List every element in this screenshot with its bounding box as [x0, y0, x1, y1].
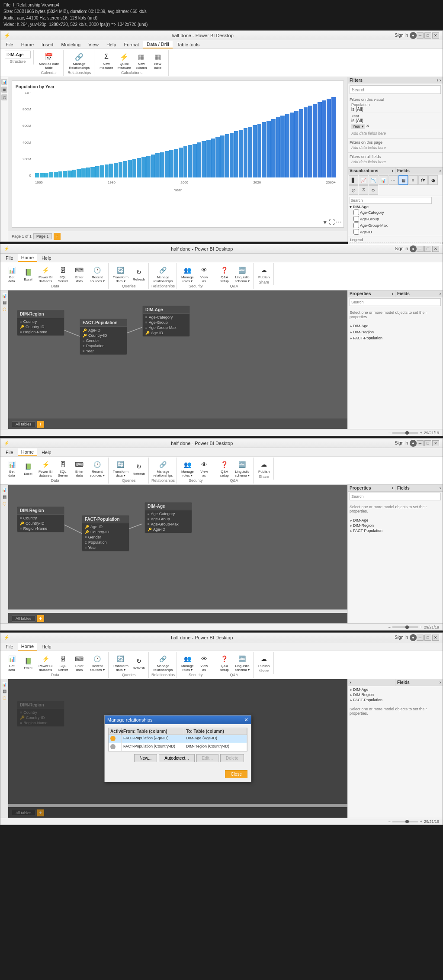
properties-expand-2[interactable]: ›	[392, 291, 393, 296]
menu-home-1[interactable]: Home	[18, 41, 37, 48]
sign-in-area-2[interactable]: Sign in ●	[395, 245, 417, 252]
viz-stacked-bar[interactable]: ▊	[349, 175, 358, 185]
close-btn-2[interactable]: ✕	[432, 246, 439, 252]
sign-in-area-1[interactable]: Sign in ●	[395, 32, 417, 39]
nav-model-2[interactable]: ⬡	[1, 306, 7, 312]
zoom-slider-4[interactable]	[392, 821, 418, 822]
window-controls-2[interactable]: ─ □ ✕	[417, 246, 439, 252]
user-avatar-1[interactable]: ●	[410, 32, 417, 39]
ribbon-mark-as-date-btn[interactable]: 📅 Mark as datetable	[37, 51, 61, 71]
menu-file-4[interactable]: File	[2, 643, 17, 650]
ribbon-powerbi-datasets-btn-2[interactable]: ⚡ Power BIdatasets	[37, 264, 54, 284]
chart-ellipsis-icon[interactable]: ⋯	[336, 219, 342, 226]
menu-modeling-1[interactable]: Modeling	[58, 41, 84, 48]
dialog-row-1[interactable]: FACT-Population (Age-ID) DIM-Age (Age-ID…	[108, 735, 247, 743]
menu-insert-1[interactable]: Insert	[38, 41, 57, 48]
ribbon-sql-btn-2[interactable]: 🗄 SQLServer	[55, 264, 71, 284]
ribbon-qa-btn-2[interactable]: ❓ Q&Asetup	[217, 264, 232, 284]
tree-dim-age-4[interactable]: ▸ DIM-Age	[350, 687, 441, 692]
ribbon-enter-data-btn-3[interactable]: ⌨ Enterdata	[71, 458, 87, 478]
all-tables-tab-3[interactable]: All tables	[12, 616, 35, 622]
viz-bar-chart[interactable]: 📊	[379, 175, 388, 185]
minimize-btn-4[interactable]: ─	[417, 635, 424, 641]
tree-fact-pop-4[interactable]: ▸ FACT-Population	[350, 697, 441, 703]
ribbon-manage-roles-btn-2[interactable]: 👥 Manageroles ▾	[180, 264, 196, 284]
menu-format-1[interactable]: Format	[121, 41, 143, 48]
field-age-category-check[interactable]	[353, 210, 359, 215]
ribbon-linguistic-btn-2[interactable]: 🔤 Linguisticschema ▾	[233, 264, 251, 284]
menu-table-tools-1[interactable]: Table tools	[173, 41, 203, 48]
fields-expand-right-4[interactable]: ›	[440, 680, 441, 685]
ribbon-refresh-btn-3[interactable]: ↻ Refresh	[131, 461, 147, 477]
nav-data-4[interactable]: ▦	[1, 688, 7, 694]
field-age-group-max-check[interactable]	[353, 222, 359, 228]
sign-in-label-4[interactable]: Sign in	[395, 635, 408, 640]
viz-area[interactable]: 📉	[369, 175, 378, 185]
viz-gauge[interactable]: ⟳	[369, 185, 378, 195]
ribbon-view-as-btn-4[interactable]: 👁 Viewas	[196, 653, 212, 673]
menu-home-4[interactable]: Home	[18, 643, 37, 651]
ribbon-recent-btn-3[interactable]: 🕐 Recentsources ▾	[88, 458, 106, 478]
ribbon-publish-btn-2[interactable]: ☁ Publish	[256, 264, 272, 280]
ribbon-manage-rel-btn-3[interactable]: 🔗 Managerelationships	[151, 458, 174, 478]
minimize-btn-2[interactable]: ─	[417, 246, 424, 252]
ribbon-roles-btn-3[interactable]: 👥 Manageroles ▾	[180, 458, 196, 478]
ribbon-powerbi-datasets-btn-3[interactable]: ⚡ Power BIdatasets	[37, 458, 54, 478]
viz-map[interactable]: 🗺	[418, 175, 428, 185]
ribbon-publish-btn-3[interactable]: ☁ Publish	[256, 458, 272, 474]
dialog-close-btn[interactable]: ✕	[244, 717, 248, 723]
menu-data-drill-1[interactable]: Data / Drill	[143, 41, 172, 48]
ribbon-manage-rel-btn[interactable]: 🔗 ManageRelationships	[67, 51, 91, 71]
viz-search-input[interactable]	[350, 197, 432, 204]
tree-fact-pop-header-2[interactable]: ▸ FACT-Population	[350, 335, 441, 341]
zoom-out-3[interactable]: −	[388, 625, 390, 629]
ribbon-new-table-btn[interactable]: ▦ Newtable	[150, 51, 166, 71]
ribbon-powerbi-datasets-btn-4[interactable]: ⚡ Power BIdatasets	[37, 653, 54, 673]
ribbon-qa-btn-4[interactable]: ❓ Q&Asetup	[217, 653, 232, 673]
h-scroll-3[interactable]	[8, 609, 347, 613]
maximize-btn-2[interactable]: □	[424, 246, 431, 252]
ribbon-refresh-btn-4[interactable]: ↻ Refresh	[131, 655, 147, 671]
dialog-delete-btn[interactable]: Delete	[220, 754, 244, 762]
fields-expand-right-2[interactable]: ›	[440, 291, 441, 296]
user-avatar-3[interactable]: ●	[410, 440, 417, 447]
zoom-out-2[interactable]: −	[388, 431, 390, 435]
menu-file-2[interactable]: File	[2, 255, 17, 261]
zoom-in-2[interactable]: +	[420, 431, 422, 435]
ribbon-transform-btn-4[interactable]: 🔄 Transformdata ▾	[111, 653, 130, 673]
chart-filter-icon[interactable]: ▼	[322, 219, 328, 226]
properties-expand-icon-4[interactable]: ›	[350, 680, 351, 685]
tree-dim-region-header-2[interactable]: ▸ DIM-Region	[350, 329, 441, 335]
viz-line[interactable]: 📈	[359, 175, 368, 185]
viz-scatter[interactable]: ⋯	[388, 175, 398, 185]
sign-in-area-3[interactable]: Sign in ●	[395, 440, 417, 447]
ribbon-transform-btn-3[interactable]: 🔄 Transformdata ▾	[111, 458, 130, 478]
add-page-btn[interactable]: +	[54, 233, 61, 240]
filter-year-dropdown[interactable]: Year ▾	[351, 124, 365, 129]
maximize-btn-3[interactable]: □	[424, 440, 431, 446]
tree-dim-age-header-2[interactable]: ▸ DIM-Age	[350, 323, 441, 329]
nav-model-4[interactable]: ⬡	[1, 695, 7, 701]
sign-in-label-2[interactable]: Sign in	[395, 246, 408, 251]
sign-in-area-4[interactable]: Sign in ●	[395, 634, 417, 641]
nav-report-4[interactable]: 📊	[1, 681, 7, 687]
zoom-in-3[interactable]: +	[420, 625, 422, 629]
sidebar-icon-report[interactable]: 📊	[1, 79, 7, 85]
properties-search-2[interactable]	[350, 298, 441, 306]
minimize-btn-1[interactable]: ─	[417, 32, 424, 39]
ribbon-excel-btn-4[interactable]: 📗 Excel	[20, 655, 36, 671]
sign-in-label-3[interactable]: Sign in	[395, 441, 408, 445]
zoom-slider-2[interactable]	[392, 432, 418, 434]
ribbon-enter-data-btn-4[interactable]: ⌨ Enterdata	[71, 653, 87, 673]
zoom-out-4[interactable]: −	[388, 819, 390, 824]
field-age-group-check[interactable]	[353, 216, 359, 222]
user-avatar-2[interactable]: ●	[410, 245, 417, 252]
ribbon-get-data-btn-3[interactable]: 📊 Getdata	[4, 458, 19, 478]
ribbon-view-as-btn-2[interactable]: 👁 Viewas	[196, 264, 212, 284]
add-table-btn-2[interactable]: +	[37, 421, 44, 428]
sidebar-icon-model[interactable]: ⬡	[1, 94, 7, 100]
all-tables-tab-2[interactable]: All tables	[12, 421, 35, 427]
maximize-btn-4[interactable]: □	[424, 635, 431, 641]
ribbon-new-column-btn[interactable]: ▦ Newcolumn	[134, 51, 149, 71]
menu-help-2[interactable]: Help	[38, 255, 55, 261]
